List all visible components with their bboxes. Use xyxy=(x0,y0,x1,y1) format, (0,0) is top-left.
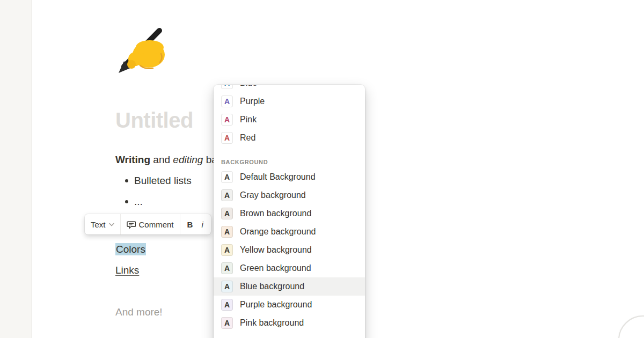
letter-a-icon: A xyxy=(221,262,233,274)
menu-item-orange-background[interactable]: A Orange background xyxy=(214,223,365,241)
color-menu-scroll-area[interactable]: A Blue A Purple A Pink A Red BACKGROUND … xyxy=(214,85,365,332)
chevron-down-icon xyxy=(109,223,114,226)
italic-button[interactable]: i xyxy=(197,214,210,234)
comment-label: Comment xyxy=(139,220,174,229)
intro-paragraph[interactable]: Writing and editing ba xyxy=(115,153,217,166)
menu-item-brown-background[interactable]: A Brown background xyxy=(214,204,365,223)
intro-bold-text: Writing xyxy=(115,154,150,165)
turn-into-label: Text xyxy=(91,220,106,229)
bullet-label: Bulleted lists xyxy=(134,174,192,187)
intro-italic-text: editing xyxy=(173,154,203,165)
letter-a-icon: A xyxy=(221,114,233,126)
letter-a-icon: A xyxy=(221,317,233,329)
links-text-block: Links xyxy=(115,264,139,277)
page-title[interactable]: Untitled xyxy=(115,108,193,133)
writing-hand-icon xyxy=(115,27,169,76)
menu-item-yellow-background[interactable]: A Yellow background xyxy=(214,241,365,259)
menu-item-purple-text[interactable]: A Purple xyxy=(214,92,365,111)
turn-into-button[interactable]: Text xyxy=(85,214,120,234)
menu-item-green-background[interactable]: A Green background xyxy=(214,259,365,277)
intro-regular-text: and xyxy=(150,154,173,165)
color-menu: A Blue A Purple A Pink A Red BACKGROUND … xyxy=(214,85,365,338)
letter-a-icon: A xyxy=(221,244,233,256)
and-more-text[interactable]: And more! xyxy=(115,306,163,319)
bulleted-list-item[interactable]: ... xyxy=(125,195,143,208)
letter-a-icon: A xyxy=(221,95,233,107)
page-icon-writing-hand-emoji[interactable] xyxy=(115,27,169,76)
menu-item-pink-text[interactable]: A Pink xyxy=(214,111,365,129)
letter-a-icon: A xyxy=(221,189,233,201)
bullet-dot xyxy=(125,200,128,203)
letter-a-icon: A xyxy=(221,85,233,89)
menu-item-blue-text[interactable]: A Blue xyxy=(214,85,365,92)
background-section-header: BACKGROUND xyxy=(214,147,365,168)
bullet-label: ... xyxy=(134,195,143,208)
menu-item-default-background[interactable]: A Default Background xyxy=(214,168,365,186)
sidebar-edge[interactable] xyxy=(0,0,32,338)
letter-a-icon: A xyxy=(221,171,233,183)
selected-text: Colors xyxy=(115,243,146,255)
menu-item-pink-background[interactable]: A Pink background xyxy=(214,314,365,332)
comment-bubble-icon xyxy=(127,220,136,229)
menu-item-red-text[interactable]: A Red xyxy=(214,129,365,147)
help-button[interactable] xyxy=(618,315,644,338)
menu-item-purple-background[interactable]: A Purple background xyxy=(214,296,365,314)
notion-editor-screen: Untitled Writing and editing ba Bulleted… xyxy=(0,0,644,338)
letter-a-icon: A xyxy=(221,132,233,144)
bulleted-list-item[interactable]: Bulleted lists xyxy=(125,174,192,187)
menu-item-blue-background[interactable]: A Blue background xyxy=(214,277,365,296)
bold-button[interactable]: B xyxy=(180,214,198,234)
comment-button[interactable]: Comment xyxy=(121,214,180,234)
formatting-toolbar: Text Comment B i xyxy=(85,214,211,234)
letter-a-icon: A xyxy=(221,226,233,238)
menu-item-gray-background[interactable]: A Gray background xyxy=(214,186,365,204)
colors-text-block[interactable]: Colors xyxy=(115,243,146,256)
bullet-dot xyxy=(125,179,128,182)
letter-a-icon: A xyxy=(221,299,233,311)
letter-a-icon: A xyxy=(221,281,233,292)
letter-a-icon: A xyxy=(221,208,233,219)
links-link[interactable]: Links xyxy=(115,264,139,276)
